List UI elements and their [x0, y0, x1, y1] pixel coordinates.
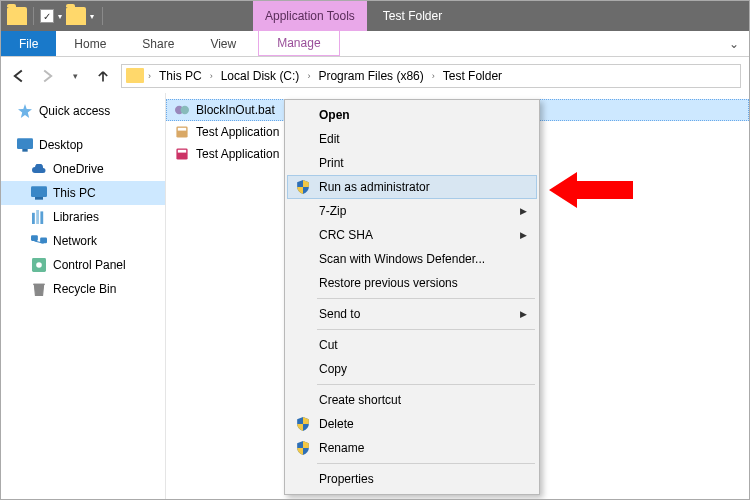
ctx-print[interactable]: Print: [287, 151, 537, 175]
ctx-label: Send to: [319, 307, 516, 321]
svg-point-12: [36, 262, 42, 268]
ctx-scan-defender[interactable]: Scan with Windows Defender...: [287, 247, 537, 271]
ctx-label: Open: [319, 108, 527, 122]
folder-icon: [7, 7, 27, 25]
separator: [317, 463, 535, 464]
tab-file[interactable]: File: [1, 31, 56, 56]
address-bar[interactable]: › This PC › Local Disk (C:) › Program Fi…: [121, 64, 741, 88]
shield-icon: [291, 179, 315, 195]
chevron-right-icon: ▶: [520, 206, 527, 216]
ctx-open[interactable]: Open: [287, 103, 537, 127]
svg-rect-17: [178, 128, 186, 131]
batch-file-icon: [174, 102, 190, 118]
tree-desktop[interactable]: Desktop: [1, 133, 165, 157]
tree-item-label: Quick access: [39, 104, 110, 118]
recent-locations-button[interactable]: ▾: [65, 66, 85, 86]
ctx-run-as-admin[interactable]: Run as administrator: [287, 175, 537, 199]
title-bar: ✓ ▾ ▾ Application Tools Test Folder: [1, 1, 749, 31]
forward-button[interactable]: [37, 66, 57, 86]
qat-checkbox[interactable]: ✓: [40, 9, 54, 23]
arrow-up-icon: [96, 69, 110, 83]
ctx-label: Print: [319, 156, 527, 170]
navigation-pane: Quick access Desktop OneDrive This PC Li…: [1, 93, 166, 500]
tab-view[interactable]: View: [192, 31, 254, 56]
tree-libraries[interactable]: Libraries: [1, 205, 165, 229]
navigation-bar: ▾ › This PC › Local Disk (C:) › Program …: [1, 57, 749, 93]
ctx-crc-sha[interactable]: CRC SHA▶: [287, 223, 537, 247]
chevron-right-icon[interactable]: ›: [148, 71, 151, 81]
ctx-send-to[interactable]: Send to▶: [287, 302, 537, 326]
network-icon: [31, 233, 47, 249]
separator: [317, 384, 535, 385]
ctx-label: Edit: [319, 132, 527, 146]
ctx-label: Properties: [319, 472, 527, 486]
libraries-icon: [31, 209, 47, 225]
tree-onedrive[interactable]: OneDrive: [1, 157, 165, 181]
svg-rect-5: [32, 213, 35, 224]
chevron-right-icon[interactable]: ›: [210, 71, 213, 81]
ctx-restore-prev[interactable]: Restore previous versions: [287, 271, 537, 295]
tree-this-pc[interactable]: This PC: [1, 181, 165, 205]
back-button[interactable]: [9, 66, 29, 86]
tree-recycle-bin[interactable]: Recycle Bin: [1, 277, 165, 301]
window-title: Test Folder: [367, 1, 458, 31]
quick-access-toolbar: ✓ ▾ ▾: [1, 1, 113, 31]
chevron-right-icon[interactable]: ›: [307, 71, 310, 81]
tree-control-panel[interactable]: Control Panel: [1, 253, 165, 277]
tab-share[interactable]: Share: [124, 31, 192, 56]
recycle-bin-icon: [31, 281, 47, 297]
svg-rect-2: [22, 149, 27, 152]
ctx-label: Delete: [319, 417, 527, 431]
svg-rect-4: [35, 197, 43, 200]
breadcrumb-item[interactable]: This PC: [155, 69, 206, 83]
tree-item-label: Control Panel: [53, 258, 126, 272]
breadcrumb-item[interactable]: Test Folder: [439, 69, 506, 83]
ctx-rename[interactable]: Rename: [287, 436, 537, 460]
ctx-delete[interactable]: Delete: [287, 412, 537, 436]
ctx-properties[interactable]: Properties: [287, 467, 537, 491]
chevron-right-icon: ▶: [520, 230, 527, 240]
tree-item-label: OneDrive: [53, 162, 104, 176]
separator: [317, 298, 535, 299]
callout-arrow: [549, 172, 633, 208]
star-icon: [17, 103, 33, 119]
svg-rect-19: [178, 150, 186, 153]
context-menu: Open Edit Print Run as administrator 7-Z…: [284, 99, 540, 495]
ctx-label: Copy: [319, 362, 527, 376]
svg-point-15: [181, 106, 189, 114]
application-icon: [174, 146, 190, 162]
breadcrumb-item[interactable]: Program Files (x86): [314, 69, 427, 83]
chevron-down-icon[interactable]: ▾: [56, 12, 64, 21]
shield-icon: [291, 440, 315, 456]
cloud-icon: [31, 161, 47, 177]
tab-manage[interactable]: Manage: [258, 31, 339, 56]
file-name: BlockInOut.bat: [196, 103, 275, 117]
ctx-label: 7-Zip: [319, 204, 516, 218]
file-name: Test Application: [196, 125, 279, 139]
arrow-right-icon: [40, 69, 54, 83]
tree-item-label: Libraries: [53, 210, 99, 224]
svg-rect-1: [17, 138, 33, 149]
up-button[interactable]: [93, 66, 113, 86]
chevron-down-icon[interactable]: ▾: [88, 12, 96, 21]
ribbon-expand-button[interactable]: ⌄: [719, 31, 749, 56]
svg-rect-6: [36, 210, 39, 224]
ctx-edit[interactable]: Edit: [287, 127, 537, 151]
ctx-cut[interactable]: Cut: [287, 333, 537, 357]
svg-rect-8: [31, 235, 38, 241]
breadcrumb-item[interactable]: Local Disk (C:): [217, 69, 304, 83]
tree-quick-access[interactable]: Quick access: [1, 99, 165, 123]
application-icon: [174, 124, 190, 140]
separator: [317, 329, 535, 330]
tree-network[interactable]: Network: [1, 229, 165, 253]
contextual-tab-header: Application Tools: [253, 1, 367, 31]
ctx-copy[interactable]: Copy: [287, 357, 537, 381]
tab-home[interactable]: Home: [56, 31, 124, 56]
chevron-right-icon[interactable]: ›: [432, 71, 435, 81]
folder-icon[interactable]: [66, 7, 86, 25]
ctx-label: Restore previous versions: [319, 276, 527, 290]
ctx-create-shortcut[interactable]: Create shortcut: [287, 388, 537, 412]
ctx-7zip[interactable]: 7-Zip▶: [287, 199, 537, 223]
tree-item-label: Desktop: [39, 138, 83, 152]
svg-marker-0: [18, 104, 32, 118]
